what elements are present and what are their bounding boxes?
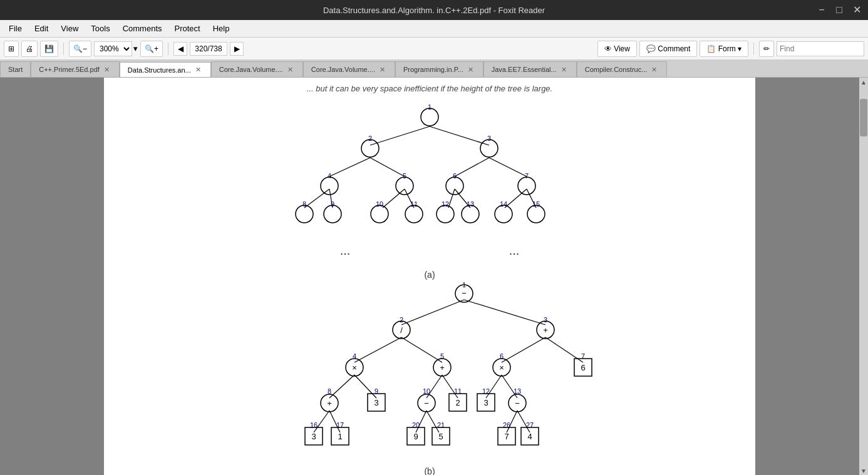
svg-text:10: 10 bbox=[423, 387, 430, 395]
svg-text:3: 3 bbox=[487, 135, 491, 142]
tab-data-structures-close[interactable]: ✕ bbox=[194, 65, 203, 74]
zoom-out-button[interactable]: 🔍− bbox=[69, 41, 91, 57]
window-controls[interactable]: − □ ✕ bbox=[815, 5, 863, 15]
svg-text:3: 3 bbox=[483, 398, 488, 407]
diagram-a: 1 2 3 4 5 6 bbox=[154, 98, 705, 282]
print-button[interactable]: 🖨 bbox=[21, 41, 38, 57]
window-title: Data.Structures.and.Algorithm. in.C++.2E… bbox=[323, 6, 545, 15]
tab-start[interactable]: Start bbox=[0, 61, 31, 77]
find-input[interactable] bbox=[777, 41, 864, 56]
tab-start-label: Start bbox=[8, 66, 23, 73]
toolbar-right: 👁 View 💬 Comment 📋 Form ▾ ✏ bbox=[597, 41, 864, 57]
svg-line-6 bbox=[304, 189, 329, 208]
svg-text:/: / bbox=[400, 325, 403, 335]
svg-text:8: 8 bbox=[328, 387, 331, 395]
menu-comments[interactable]: Comments bbox=[116, 21, 168, 36]
svg-text:+: + bbox=[440, 363, 445, 372]
tab-java-ee7[interactable]: Java.EE7.Essential... ✕ bbox=[483, 61, 577, 77]
svg-text:−: − bbox=[424, 399, 429, 408]
tree-a-svg: 1 2 3 4 5 6 bbox=[195, 98, 664, 267]
svg-text:13: 13 bbox=[514, 387, 521, 395]
toolbar: ⊞ 🖨 💾 🔍− 300% 200% 150% 100% ▾ 🔍+ ◀ ▶ 👁 … bbox=[0, 38, 868, 60]
svg-text:1: 1 bbox=[462, 282, 466, 289]
svg-point-31 bbox=[324, 205, 341, 223]
svg-line-53 bbox=[354, 375, 376, 398]
prev-page-button[interactable]: ◀ bbox=[173, 42, 187, 56]
toolbar-separator-1 bbox=[63, 43, 64, 55]
view-button[interactable]: 👁 View bbox=[597, 41, 637, 57]
menu-view[interactable]: View bbox=[54, 21, 85, 36]
menu-file[interactable]: File bbox=[3, 21, 28, 36]
svg-text:3: 3 bbox=[374, 398, 378, 407]
tab-core-java-1-label: Core.Java.Volume.... bbox=[219, 66, 283, 73]
scrollbar-right[interactable]: ▲ ▼ bbox=[859, 78, 868, 475]
zoom-dropdown-icon: ▾ bbox=[133, 44, 138, 53]
svg-text:13: 13 bbox=[467, 200, 474, 208]
svg-text:5: 5 bbox=[403, 172, 406, 180]
tab-cpp-primer[interactable]: C++.Primer.5Ed.pdf ✕ bbox=[31, 61, 120, 77]
svg-point-15 bbox=[421, 108, 438, 126]
svg-text:11: 11 bbox=[410, 200, 418, 208]
menu-edit[interactable]: Edit bbox=[28, 21, 54, 36]
svg-line-46 bbox=[401, 300, 464, 325]
zoom-select[interactable]: 300% 200% 150% 100% bbox=[94, 41, 132, 56]
svg-text:8: 8 bbox=[302, 200, 306, 208]
svg-line-49 bbox=[401, 337, 442, 362]
tab-compiler[interactable]: Compiler.Construc... ✕ bbox=[577, 61, 668, 77]
svg-text:2: 2 bbox=[400, 316, 403, 324]
tab-core-java-1-close[interactable]: ✕ bbox=[286, 65, 295, 74]
tab-programming-p[interactable]: Programming.in.P... ✕ bbox=[395, 61, 483, 77]
minimize-button[interactable]: − bbox=[815, 5, 828, 15]
svg-point-41 bbox=[495, 205, 512, 223]
svg-line-5 bbox=[489, 158, 527, 176]
scroll-down-button[interactable]: ▼ bbox=[859, 466, 868, 475]
svg-text:6: 6 bbox=[581, 363, 585, 372]
svg-point-29 bbox=[296, 205, 313, 223]
svg-line-48 bbox=[354, 337, 401, 362]
svg-point-39 bbox=[462, 205, 479, 223]
comment-button[interactable]: 💬 Comment bbox=[639, 41, 697, 57]
svg-text:4: 4 bbox=[527, 432, 532, 441]
tab-core-java-2-label: Core.Java.Volume.... bbox=[311, 66, 375, 73]
tab-core-java-2[interactable]: Core.Java.Volume.... ✕ bbox=[303, 61, 395, 77]
svg-line-47 bbox=[464, 300, 545, 325]
tab-cpp-primer-close[interactable]: ✕ bbox=[102, 65, 111, 74]
tab-programming-p-close[interactable]: ✕ bbox=[466, 65, 475, 74]
annotate-button[interactable]: ✏ bbox=[759, 41, 774, 57]
tab-core-java-2-close[interactable]: ✕ bbox=[378, 65, 387, 74]
pdf-area: ... but it can be very space inefficient… bbox=[0, 78, 859, 475]
diagram-b: 1 − 2 / 3 + 4 × 5 bbox=[154, 282, 705, 475]
svg-point-27 bbox=[518, 177, 535, 195]
maximize-button[interactable]: □ bbox=[833, 5, 845, 15]
page-number-input[interactable] bbox=[190, 42, 227, 56]
svg-point-35 bbox=[405, 205, 423, 223]
svg-line-52 bbox=[329, 375, 354, 398]
svg-point-43 bbox=[527, 205, 545, 223]
svg-line-1 bbox=[430, 126, 489, 145]
form-button[interactable]: 📋 Form ▾ bbox=[700, 41, 748, 57]
scroll-up-button[interactable]: ▲ bbox=[859, 78, 868, 86]
svg-line-0 bbox=[370, 126, 430, 145]
close-button[interactable]: ✕ bbox=[850, 5, 863, 15]
tab-compiler-close[interactable]: ✕ bbox=[649, 65, 659, 74]
tabs-bar: Start C++.Primer.5Ed.pdf ✕ Data.Structur… bbox=[0, 60, 868, 78]
tab-java-ee7-close[interactable]: ✕ bbox=[559, 65, 569, 74]
next-page-button[interactable]: ▶ bbox=[230, 42, 244, 56]
svg-point-19 bbox=[480, 140, 498, 157]
svg-point-17 bbox=[361, 140, 379, 157]
main-area: ... but it can be very space inefficient… bbox=[0, 78, 868, 475]
svg-text:4: 4 bbox=[328, 172, 331, 180]
tab-java-ee7-label: Java.EE7.Essential... bbox=[492, 66, 557, 73]
menu-tools[interactable]: Tools bbox=[85, 21, 116, 36]
tab-core-java-1[interactable]: Core.Java.Volume.... ✕ bbox=[211, 61, 303, 77]
panel-toggle-button[interactable]: ⊞ bbox=[4, 41, 19, 57]
zoom-in-button[interactable]: 🔍+ bbox=[140, 41, 163, 57]
scroll-thumb[interactable] bbox=[860, 99, 867, 136]
menu-help[interactable]: Help bbox=[207, 21, 236, 36]
save-button[interactable]: 💾 bbox=[40, 41, 58, 57]
svg-point-25 bbox=[446, 177, 463, 195]
svg-line-12 bbox=[505, 189, 527, 208]
tab-data-structures[interactable]: Data.Structures.an... ✕ bbox=[120, 62, 211, 78]
menu-protect[interactable]: Protect bbox=[168, 21, 207, 36]
svg-text:14: 14 bbox=[500, 200, 507, 208]
